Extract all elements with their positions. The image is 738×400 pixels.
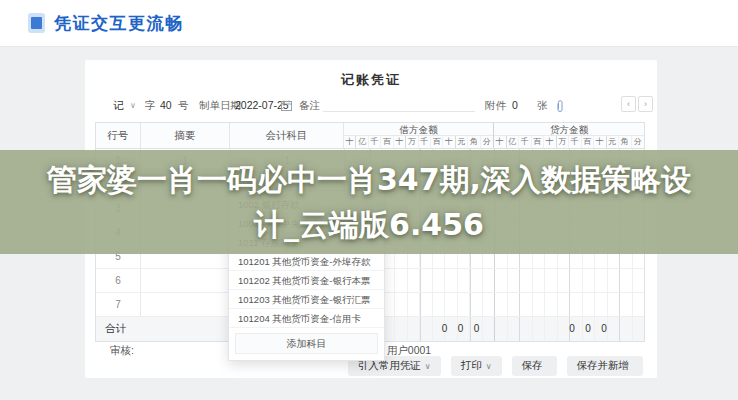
total-credit-digit: 0	[582, 317, 595, 341]
digit-label: 亿	[356, 136, 368, 148]
paperclip-icon[interactable]	[555, 100, 565, 113]
attachment-unit-label: 张	[537, 98, 548, 113]
remark-input[interactable]	[323, 111, 475, 112]
voucher-document-icon	[28, 13, 45, 33]
total-debit-digit: 0	[438, 317, 451, 341]
action-button-label: 保存并新增	[577, 359, 630, 373]
action-button[interactable]: 打印 ∨	[451, 356, 502, 376]
total-credit-cell: 0 0 0	[495, 317, 644, 341]
digit-label: 十	[494, 136, 507, 148]
digit-label: 十	[594, 136, 607, 148]
add-account-button[interactable]: 添加科目	[235, 333, 378, 354]
action-button-label: 保存	[522, 359, 543, 373]
app-header: 凭证交互更流畅	[0, 0, 738, 46]
row-number-cell: 7	[96, 293, 141, 316]
digit-label: 分	[481, 136, 493, 148]
next-voucher-button[interactable]: ›	[638, 96, 653, 112]
credit-amount-cell[interactable]	[495, 269, 644, 292]
debit-digit-labels: 十亿千百十万千百十元角分	[344, 136, 493, 148]
col-header-summary: 摘要	[141, 123, 230, 148]
credit-digit-labels: 十亿千百十万千百十元角分	[494, 136, 644, 148]
account-option[interactable]: 101203 其他货币资金-银行汇票	[229, 290, 384, 309]
digit-label: 十	[344, 136, 356, 148]
attachment-label: 附件	[485, 98, 506, 113]
account-option[interactable]: 101204 其他货币资金-信用卡	[229, 309, 384, 328]
voucher-word-select[interactable]: 记	[113, 98, 124, 113]
action-button[interactable]: 保存	[512, 356, 557, 376]
digit-label: 千	[519, 136, 532, 148]
digit-label: 百	[381, 136, 393, 148]
chevron-down-icon: ∨	[425, 362, 431, 371]
screen: 凭证交互更流畅 记账凭证 记 ∨ 字 40 号 制单日期 2022-07-25 …	[0, 0, 738, 400]
digit-label: 百	[431, 136, 443, 148]
chevron-down-icon: ∨	[486, 362, 492, 371]
digit-label: 分	[632, 136, 645, 148]
digit-label: 角	[468, 136, 480, 148]
digit-label: 元	[456, 136, 468, 148]
digit-label: 百	[582, 136, 595, 148]
total-debit-digit: 0	[454, 317, 467, 341]
digit-label: 十	[443, 136, 455, 148]
word-label: 字	[145, 98, 156, 113]
account-option[interactable]: 101201 其他货币资金-外埠存款	[229, 252, 384, 271]
digit-label: 亿	[507, 136, 520, 148]
watermark-text-line2: 计_云端版6.456	[0, 202, 738, 247]
credit-column-group: 贷方金额 十亿千百十万千百十元角分	[494, 123, 644, 148]
prev-voucher-button[interactable]: ‹	[621, 96, 636, 112]
action-bar: 引入常用凭证 ∨ 打印 ∨ 保存 保存并新增	[348, 356, 643, 376]
total-credit-digit: 0	[598, 317, 611, 341]
digit-label: 千	[369, 136, 381, 148]
digit-label: 十	[544, 136, 557, 148]
digit-label: 角	[619, 136, 632, 148]
digit-label: 千	[569, 136, 582, 148]
voucher-title: 记账凭证	[85, 71, 657, 89]
calendar-icon[interactable]	[281, 100, 292, 111]
action-button[interactable]: 保存并新增	[567, 356, 644, 376]
summary-cell[interactable]	[141, 269, 231, 292]
digit-label: 万	[557, 136, 570, 148]
debit-column-group: 借方金额 十亿千百十万千百十元角分	[344, 123, 494, 148]
account-option[interactable]: 101202 其他货币资金-银行本票	[229, 271, 384, 290]
audit-label: 审核:	[110, 344, 134, 358]
chevron-down-icon[interactable]: ∨	[130, 98, 136, 113]
total-debit-digit: 0	[470, 317, 483, 341]
action-button-label: 打印	[461, 359, 482, 373]
app-title: 凭证交互更流畅	[54, 12, 184, 35]
digit-label: 百	[532, 136, 545, 148]
digit-label: 万	[406, 136, 418, 148]
table-header: 行号 摘要 会计科目 借方金额 十亿千百十万千百十元角分 贷方金额 十亿千百十万…	[96, 123, 644, 149]
digit-label: 千	[419, 136, 431, 148]
watermark-text-line1: 管家婆一肖一码必中一肖347期,深入数据策略设	[0, 157, 738, 202]
credit-amount-cell[interactable]	[495, 293, 644, 316]
total-credit-digit: 0	[566, 317, 579, 341]
credit-header: 贷方金额	[494, 123, 644, 136]
attachment-count: 0	[512, 98, 518, 113]
debit-header: 借方金额	[344, 123, 493, 136]
digit-label: 十	[394, 136, 406, 148]
voucher-pager: ‹ ›	[621, 96, 653, 112]
col-header-subject: 会计科目	[230, 123, 344, 148]
summary-cell[interactable]	[141, 293, 231, 316]
voucher-number-input[interactable]: 40	[160, 98, 172, 113]
number-suffix-label: 号	[178, 98, 189, 113]
remark-label: 备注	[299, 98, 320, 113]
watermark-overlay: 管家婆一肖一码必中一肖347期,深入数据策略设 计_云端版6.456	[0, 150, 738, 254]
digit-label: 元	[607, 136, 620, 148]
row-number-cell: 6	[96, 269, 141, 292]
col-header-row-no: 行号	[96, 123, 141, 148]
action-button-label: 引入常用凭证	[358, 359, 421, 373]
